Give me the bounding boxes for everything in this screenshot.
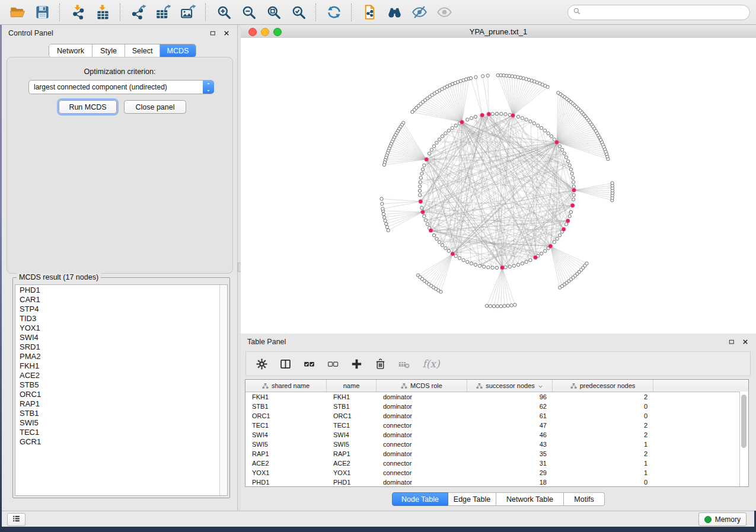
network-node[interactable] bbox=[444, 246, 447, 249]
network-node[interactable] bbox=[462, 258, 465, 261]
network-node[interactable] bbox=[500, 113, 503, 116]
table-row-ACE2[interactable]: ACE2ACE2connector311 bbox=[245, 459, 748, 468]
satellite-node[interactable] bbox=[385, 226, 388, 229]
mcds-hub-node[interactable] bbox=[425, 158, 429, 162]
mcds-result-item[interactable]: ACE2 bbox=[15, 370, 227, 380]
mcds-hub-node[interactable] bbox=[480, 113, 484, 117]
network-node[interactable] bbox=[521, 117, 524, 120]
network-node[interactable] bbox=[529, 258, 532, 261]
column-header-predecessor-nodes[interactable]: predecessor nodes bbox=[553, 380, 653, 392]
memory-button[interactable]: Memory bbox=[698, 512, 747, 526]
float-panel-icon[interactable] bbox=[208, 28, 217, 37]
network-node[interactable] bbox=[441, 134, 444, 137]
network-node[interactable] bbox=[540, 126, 543, 129]
select-all-button[interactable] bbox=[302, 357, 316, 371]
network-node[interactable] bbox=[537, 124, 540, 127]
tab-edge-table[interactable]: Edge Table bbox=[448, 492, 496, 506]
table-row-SWI5[interactable]: SWI5SWI5connector431 bbox=[245, 440, 748, 449]
satellite-node[interactable] bbox=[496, 305, 499, 307]
refresh-button[interactable] bbox=[325, 4, 343, 21]
mcds-result-item[interactable]: SRD1 bbox=[15, 342, 227, 351]
mcds-result-item[interactable]: YOX1 bbox=[15, 323, 227, 332]
save-button[interactable] bbox=[33, 4, 51, 21]
mcds-hub-node[interactable] bbox=[429, 228, 433, 232]
network-node[interactable] bbox=[432, 234, 435, 237]
network-node[interactable] bbox=[432, 145, 435, 148]
network-node[interactable] bbox=[483, 265, 486, 268]
satellite-node[interactable] bbox=[499, 305, 502, 307]
satellite-node[interactable] bbox=[489, 305, 492, 307]
optimization-criterion-select[interactable]: largest connected component (undirected) bbox=[28, 80, 214, 94]
column-header-shared-name[interactable]: shared name bbox=[245, 380, 327, 392]
network-node[interactable] bbox=[447, 249, 450, 252]
satellite-node[interactable] bbox=[474, 76, 477, 79]
mcds-result-item[interactable]: TID3 bbox=[15, 313, 227, 323]
mcds-hub-node[interactable] bbox=[460, 120, 464, 124]
close-table-panel-icon[interactable] bbox=[741, 337, 749, 346]
network-node[interactable] bbox=[543, 249, 546, 252]
satellite-node[interactable] bbox=[611, 181, 614, 184]
mcds-hub-node[interactable] bbox=[511, 113, 515, 117]
network-node[interactable] bbox=[529, 120, 532, 123]
network-node[interactable] bbox=[504, 113, 507, 116]
network-node[interactable] bbox=[512, 264, 515, 267]
run-mcds-button[interactable]: Run MCDS bbox=[59, 100, 117, 114]
minimize-window-icon[interactable] bbox=[261, 28, 269, 36]
maximize-window-icon[interactable] bbox=[273, 28, 282, 36]
mcds-hub-node[interactable] bbox=[451, 252, 455, 256]
network-node[interactable] bbox=[435, 237, 438, 240]
network-node[interactable] bbox=[454, 124, 457, 127]
network-canvas[interactable] bbox=[241, 38, 756, 334]
network-node[interactable] bbox=[572, 198, 575, 201]
satellite-node[interactable] bbox=[513, 303, 516, 306]
network-node[interactable] bbox=[426, 223, 429, 226]
table-scrollbar[interactable] bbox=[739, 392, 748, 486]
network-node[interactable] bbox=[563, 152, 566, 155]
mcds-list-scrollbar[interactable] bbox=[219, 285, 227, 495]
network-node[interactable] bbox=[570, 172, 573, 175]
satellite-node[interactable] bbox=[506, 304, 509, 307]
network-node[interactable] bbox=[558, 234, 561, 237]
network-graph[interactable] bbox=[241, 38, 756, 334]
satellite-node[interactable] bbox=[411, 110, 414, 113]
mcds-result-item[interactable]: PMA2 bbox=[15, 351, 227, 361]
satellite-node[interactable] bbox=[469, 76, 472, 79]
network-node[interactable] bbox=[516, 263, 519, 266]
tab-mcds[interactable]: MCDS bbox=[160, 44, 196, 57]
network-node[interactable] bbox=[495, 266, 498, 269]
network-node[interactable] bbox=[572, 194, 575, 197]
binoculars-button[interactable] bbox=[385, 4, 403, 21]
mcds-result-item[interactable]: FKH1 bbox=[15, 361, 227, 370]
network-node[interactable] bbox=[572, 177, 575, 180]
network-node[interactable] bbox=[423, 214, 426, 217]
satellite-node[interactable] bbox=[492, 305, 495, 307]
network-node[interactable] bbox=[525, 260, 528, 263]
tab-select[interactable]: Select bbox=[125, 44, 160, 57]
satellite-node[interactable] bbox=[481, 75, 484, 78]
mcds-hub-node[interactable] bbox=[420, 210, 425, 214]
network-node[interactable] bbox=[424, 219, 427, 222]
network-node[interactable] bbox=[428, 152, 431, 155]
table-row-STB1[interactable]: STB1STB1dominator620 bbox=[245, 402, 748, 411]
network-node[interactable] bbox=[418, 189, 421, 192]
mcds-hub-node[interactable] bbox=[487, 112, 491, 116]
satellite-node[interactable] bbox=[384, 219, 387, 222]
mcds-hub-node[interactable] bbox=[500, 265, 505, 270]
table-row-SWI4[interactable]: SWI4SWI4dominator462 bbox=[245, 430, 748, 440]
mcds-result-item[interactable]: RAP1 bbox=[15, 399, 227, 408]
tab-node-table[interactable]: Node Table bbox=[392, 492, 448, 506]
network-node[interactable] bbox=[419, 194, 422, 197]
network-node[interactable] bbox=[423, 164, 426, 166]
mcds-result-item[interactable]: STP4 bbox=[15, 304, 227, 313]
network-node[interactable] bbox=[444, 132, 447, 134]
satellite-node[interactable] bbox=[382, 163, 385, 166]
network-node[interactable] bbox=[438, 138, 441, 141]
network-node[interactable] bbox=[495, 112, 498, 115]
plus-button[interactable] bbox=[349, 357, 363, 371]
network-node[interactable] bbox=[553, 241, 556, 243]
mcds-hub-node[interactable] bbox=[533, 255, 537, 259]
mcds-result-item[interactable]: STB5 bbox=[15, 380, 227, 389]
network-node[interactable] bbox=[441, 243, 444, 246]
export-table-button[interactable] bbox=[154, 4, 172, 21]
column-header-MCDS-role[interactable]: MCDS role bbox=[377, 380, 467, 392]
